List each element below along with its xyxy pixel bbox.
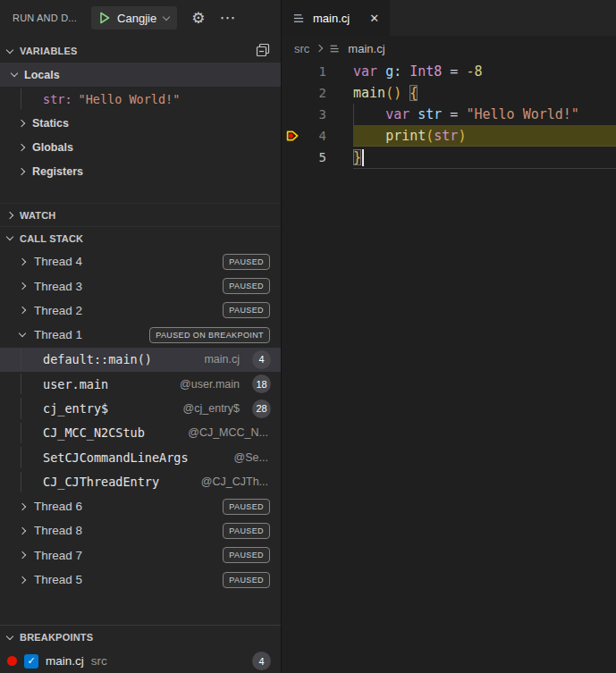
code-line-content[interactable]: var str = "Hello World!"	[353, 104, 616, 125]
variables-group-row[interactable]: Registers	[0, 159, 281, 183]
frame-name: user.main	[43, 377, 108, 391]
code-line-content[interactable]: var g: Int8 = -8	[353, 61, 616, 82]
breakpoint-checkbox[interactable]: ✓	[24, 654, 38, 669]
breakpoint-dot-icon	[7, 656, 17, 666]
call-stack-list: Thread 4PAUSEDThread 3PAUSEDThread 2PAUS…	[0, 249, 281, 592]
variables-group-row[interactable]: Globals	[0, 135, 281, 159]
callstack-thread-row[interactable]: Thread 5PAUSED	[0, 568, 281, 592]
thread-name: Thread 8	[34, 524, 82, 537]
chevron-right-icon	[19, 551, 26, 559]
code-token: =	[442, 63, 466, 80]
frame-line-badge: 4	[252, 350, 271, 369]
frame-location: @user.main	[180, 378, 240, 391]
code-line: 3 var str = "Hello World!"	[282, 104, 616, 125]
code-token	[401, 63, 409, 80]
thread-status-badge: PAUSED	[223, 302, 270, 318]
tree-indent-guide	[21, 423, 21, 443]
launch-config-dropdown[interactable]: Cangjie	[91, 6, 177, 29]
thread-status-badge: PAUSED	[223, 254, 270, 270]
code-token: }	[353, 149, 361, 165]
callstack-frame-row[interactable]: CJ_CJThreadEntry@CJ_CJTh...	[0, 470, 281, 494]
variables-section-header[interactable]: VARIABLES	[0, 39, 281, 63]
call-stack-section-header[interactable]: CALL STACK	[0, 226, 281, 249]
frame-location: @cj_entry$	[183, 402, 240, 415]
callstack-frame-row[interactable]: default::main()main.cj4	[0, 348, 281, 372]
frame-location: @CJ_CJTh...	[201, 475, 268, 488]
chevron-right-icon	[6, 211, 13, 218]
chevron-right-icon	[18, 119, 25, 126]
code-token: str	[434, 128, 458, 144]
tree-indent-guide	[21, 349, 21, 370]
code-line-content[interactable]: }	[353, 147, 616, 168]
gear-icon[interactable]: ⚙	[191, 11, 205, 26]
debug-toolbar: RUN AND D... Cangjie ⚙ ⋯	[0, 0, 281, 36]
file-icon	[329, 43, 341, 55]
breakpoint-file: main.cj	[46, 654, 84, 668]
chevron-down-icon	[6, 233, 13, 240]
chevron-down-icon	[11, 70, 18, 77]
editor-area: main.cj ✕ src main.cj 1var g: Int8 = -82…	[282, 0, 616, 673]
variable-row-str[interactable]: str: "Hello World!"	[0, 87, 281, 111]
chevron-down-icon	[6, 46, 13, 53]
breakpoint-count-badge: 4	[252, 652, 271, 670]
thread-status-badge: PAUSED	[223, 572, 270, 588]
editor-tab-bar: main.cj ✕	[282, 0, 616, 36]
variables-group-row[interactable]: Statics	[0, 111, 281, 135]
callstack-thread-row[interactable]: Thread 3PAUSED	[0, 273, 281, 298]
thread-name: Thread 4	[34, 255, 82, 268]
thread-name: Thread 2	[34, 304, 82, 317]
callstack-thread-row[interactable]: Thread 8PAUSED	[0, 518, 281, 543]
code-token: var	[385, 106, 409, 122]
thread-status-badge: PAUSED	[223, 499, 270, 515]
chevron-right-icon	[19, 257, 26, 265]
breadcrumb-file[interactable]: main.cj	[348, 42, 384, 55]
breadcrumb-folder[interactable]: src	[294, 42, 309, 55]
code-line-content[interactable]: print(str)	[353, 125, 616, 147]
tab-main-cj[interactable]: main.cj ✕	[282, 0, 390, 36]
code-token: -8	[466, 63, 482, 80]
callstack-thread-row[interactable]: Thread 4PAUSED	[0, 249, 281, 273]
variables-scope-locals[interactable]: Locals	[0, 63, 281, 87]
thread-name: Thread 1	[34, 328, 82, 341]
frame-location: @Se...	[234, 451, 268, 464]
code-token: )	[458, 128, 466, 144]
watch-header-label: WATCH	[20, 210, 56, 221]
watch-section-header[interactable]: WATCH	[0, 203, 281, 226]
frame-name: CJ_MCC_N2CStub	[43, 425, 145, 440]
file-icon	[292, 12, 306, 25]
frame-location: @CJ_MCC_N...	[188, 426, 268, 439]
sidebar-title: RUN AND D...	[13, 13, 77, 23]
tree-indent-guide	[21, 374, 21, 394]
line-number: 4	[303, 129, 326, 143]
callstack-frame-row[interactable]: CJ_MCC_N2CStub@CJ_MCC_N...	[0, 421, 281, 445]
callstack-thread-row[interactable]: Thread 6PAUSED	[0, 494, 281, 518]
more-actions-icon[interactable]: ⋯	[219, 10, 236, 26]
variable-name: str:	[43, 92, 72, 106]
run-and-debug-sidebar: RUN AND D... Cangjie ⚙ ⋯ VARIABLES	[0, 0, 282, 673]
callstack-thread-row[interactable]: Thread 7PAUSED	[0, 543, 281, 568]
callstack-frame-row[interactable]: SetCJCommandLineArgs@Se...	[0, 445, 281, 469]
code-editor[interactable]: 1var g: Int8 = -82main() {3 var str = "H…	[282, 61, 616, 168]
start-debugging-icon[interactable]	[99, 12, 110, 24]
code-line-content[interactable]: main() {	[353, 82, 616, 104]
line-number: 1	[303, 64, 326, 79]
breakpoint-folder: src	[91, 654, 107, 668]
chevron-down-icon	[163, 13, 170, 20]
chevron-right-icon	[19, 307, 26, 314]
locals-label: Locals	[24, 69, 60, 81]
callstack-thread-row[interactable]: Thread 2PAUSED	[0, 299, 281, 323]
breakpoints-section-header[interactable]: BREAKPOINTS	[0, 626, 281, 649]
variables-group-label: Globals	[32, 141, 73, 154]
breakpoints-section: BREAKPOINTS ✓ main.cj src 4	[0, 625, 281, 673]
callstack-frame-row[interactable]: cj_entry$@cj_entry$28	[0, 396, 281, 420]
callstack-frame-row[interactable]: user.main@user.main18	[0, 372, 281, 396]
breakpoint-row[interactable]: ✓ main.cj src 4	[0, 649, 281, 673]
code-line: 4 print(str)	[282, 125, 616, 147]
line-number: 5	[303, 150, 326, 164]
callstack-thread-row[interactable]: Thread 1PAUSED ON BREAKPOINT	[0, 323, 281, 347]
collapse-all-icon[interactable]	[256, 43, 270, 59]
current-breakpoint-indicator[interactable]	[282, 129, 303, 143]
thread-status-badge: PAUSED	[223, 278, 270, 294]
close-icon[interactable]: ✕	[369, 12, 379, 25]
code-token: main	[353, 85, 385, 101]
